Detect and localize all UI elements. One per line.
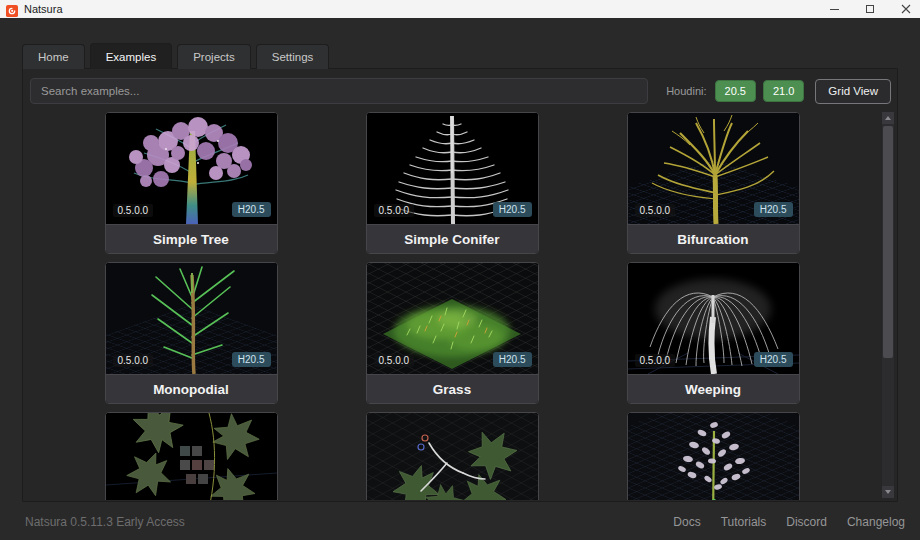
card-title: Grass <box>367 374 538 403</box>
discord-link[interactable]: Discord <box>786 515 827 529</box>
houdini-badge: H20.5 <box>754 202 793 217</box>
example-card-simple-conifer[interactable]: 0.5.0.0 H20.5 Simple Conifer <box>366 112 539 254</box>
examples-grid: 0.5.0.0 H20.5 Simple Tree <box>24 111 880 500</box>
examples-toolbar: Houdini: 20.5 21.0 Grid View <box>30 78 891 104</box>
changelog-link[interactable]: Changelog <box>847 515 905 529</box>
card-preview <box>367 413 538 500</box>
search-input[interactable] <box>30 78 648 104</box>
minimize-icon[interactable] <box>828 3 840 15</box>
card-version: 0.5.0.0 <box>635 204 676 217</box>
card-title: Bifurcation <box>628 224 799 253</box>
natsura-logo-icon <box>6 3 18 15</box>
tab-projects[interactable]: Projects <box>177 44 251 69</box>
houdini-badge: H20.5 <box>232 202 271 217</box>
tab-settings[interactable]: Settings <box>256 44 330 69</box>
example-card-partial-2[interactable] <box>366 412 539 500</box>
docs-link[interactable]: Docs <box>673 515 700 529</box>
window-title: Natsura <box>24 3 63 15</box>
app-version-label: Natsura 0.5.11.3 Early Access <box>25 515 185 529</box>
window-titlebar: Natsura <box>0 0 920 18</box>
close-icon[interactable] <box>900 3 912 15</box>
example-card-partial-3[interactable] <box>627 412 800 500</box>
tab-examples[interactable]: Examples <box>90 43 173 69</box>
tutorials-link[interactable]: Tutorials <box>721 515 767 529</box>
footer-links: Docs Tutorials Discord Changelog <box>673 515 905 529</box>
card-preview: 0.5.0.0 H20.5 <box>628 263 799 374</box>
example-card-partial-1[interactable] <box>105 412 278 500</box>
houdini-version-21-0-button[interactable]: 21.0 <box>763 80 804 102</box>
card-version: 0.5.0.0 <box>374 204 415 217</box>
example-card-simple-tree[interactable]: 0.5.0.0 H20.5 Simple Tree <box>105 112 278 254</box>
example-card-bifurcation[interactable]: 0.5.0.0 H20.5 Bifurcation <box>627 112 800 254</box>
example-card-monopodial[interactable]: 0.5.0.0 H20.5 Monopodial <box>105 262 278 404</box>
houdini-version-20-5-button[interactable]: 20.5 <box>715 80 756 102</box>
vertical-scrollbar[interactable] <box>881 111 895 499</box>
app-window: Home Examples Projects Settings Houdini:… <box>0 18 920 540</box>
pale-tree-illustration <box>628 413 799 500</box>
status-bar: Natsura 0.5.11.3 Early Access Docs Tutor… <box>0 504 920 540</box>
card-preview: 0.5.0.0 H20.5 <box>106 263 277 374</box>
examples-grid-viewport: 0.5.0.0 H20.5 Simple Tree <box>24 111 880 500</box>
houdini-badge: H20.5 <box>232 352 271 367</box>
card-preview: 0.5.0.0 H20.5 <box>106 113 277 224</box>
tab-home[interactable]: Home <box>22 44 85 69</box>
card-version: 0.5.0.0 <box>113 354 154 367</box>
leaves-illustration <box>106 413 277 500</box>
houdini-version-label: Houdini: <box>666 85 706 97</box>
grid-view-button[interactable]: Grid View <box>815 79 891 104</box>
card-preview: 0.5.0.0 H20.5 <box>367 113 538 224</box>
card-version: 0.5.0.0 <box>113 204 154 217</box>
houdini-badge: H20.5 <box>754 352 793 367</box>
card-version: 0.5.0.0 <box>635 354 676 367</box>
example-card-weeping[interactable]: 0.5.0.0 H20.5 Weeping <box>627 262 800 404</box>
scroll-down-icon[interactable] <box>882 486 894 498</box>
card-title: Simple Conifer <box>367 224 538 253</box>
card-title: Monopodial <box>106 374 277 403</box>
houdini-badge: H20.5 <box>493 352 532 367</box>
maximize-icon[interactable] <box>864 3 876 15</box>
card-preview <box>106 413 277 500</box>
card-title: Simple Tree <box>106 224 277 253</box>
houdini-badge: H20.5 <box>493 202 532 217</box>
scrollbar-thumb[interactable] <box>883 126 893 358</box>
examples-pane: Houdini: 20.5 21.0 Grid View <box>22 68 898 502</box>
card-preview: 0.5.0.0 H20.5 <box>367 263 538 374</box>
example-card-grass[interactable]: 0.5.0.0 H20.5 Grass <box>366 262 539 404</box>
scroll-up-icon[interactable] <box>882 112 894 124</box>
card-title: Weeping <box>628 374 799 403</box>
card-preview: 0.5.0.0 H20.5 <box>628 113 799 224</box>
card-version: 0.5.0.0 <box>374 354 415 367</box>
tab-bar: Home Examples Projects Settings <box>22 44 329 69</box>
leaf-branch-illustration <box>367 413 538 500</box>
card-preview <box>628 413 799 500</box>
